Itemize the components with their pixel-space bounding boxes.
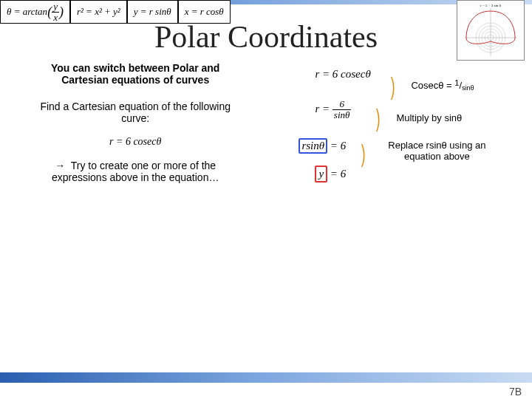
polar-graph-caption-svg: r = 5 + 3 sin θ — [480, 4, 502, 7]
formula-theta-den: x — [52, 13, 59, 23]
formula-y: y = r sinθ — [127, 0, 178, 24]
note-step-1: Cosecθ = 1/sinθ — [411, 78, 474, 92]
left-tip: → Try to create one or more of the expre… — [15, 152, 256, 191]
highlight-red-box: y — [315, 166, 327, 183]
arrow-icon: → — [55, 160, 65, 171]
formula-theta-lhs: θ = arctan — [7, 6, 47, 18]
left-column: You can switch between Polar and Cartesi… — [15, 62, 256, 217]
eq-step-2: r = 6 sinθ — [315, 99, 351, 120]
formula-x: x = r cosθ — [178, 0, 231, 24]
eq-step-1: r = 6 cosecθ — [315, 68, 370, 81]
bracket-2-icon: ) — [376, 105, 381, 130]
eq-step-4: y = 6 — [315, 166, 346, 183]
bracket-3-icon: ) — [361, 140, 366, 166]
eq-step-3: rsinθ = 6 — [299, 138, 346, 154]
highlight-blue-box: rsinθ — [299, 138, 327, 154]
note-step-3: Replace rsinθ using an equation above — [385, 140, 488, 162]
formula-theta-num: y — [52, 1, 59, 13]
formula-r2: r² = x² + y² — [70, 0, 127, 24]
left-tip-text: Try to create one or more of the express… — [52, 160, 219, 183]
bracket-1-icon: ) — [391, 73, 395, 98]
polar-graph-thumbnail: r = 5 + 3 sin θ — [457, 0, 525, 61]
note-step-2: Multiply by sinθ — [396, 112, 462, 123]
bottom-gradient-bar — [0, 372, 532, 383]
left-heading: You can switch between Polar and Cartesi… — [15, 62, 256, 93]
formula-theta: θ = arctan ( y x ) — [0, 0, 70, 24]
right-column: r = 6 cosecθ ) Cosecθ = 1/sinθ r = 6 sin… — [256, 62, 517, 217]
page-title: Polar Coordinates — [0, 19, 532, 55]
content-area: You can switch between Polar and Cartesi… — [0, 62, 532, 217]
page-number: 7B — [509, 386, 522, 398]
left-subheading: Find a Cartesian equation of the followi… — [15, 93, 256, 132]
left-equation: r = 6 cosecθ — [15, 136, 256, 148]
formula-row: θ = arctan ( y x ) r² = x² + y² y = r si… — [0, 0, 231, 24]
